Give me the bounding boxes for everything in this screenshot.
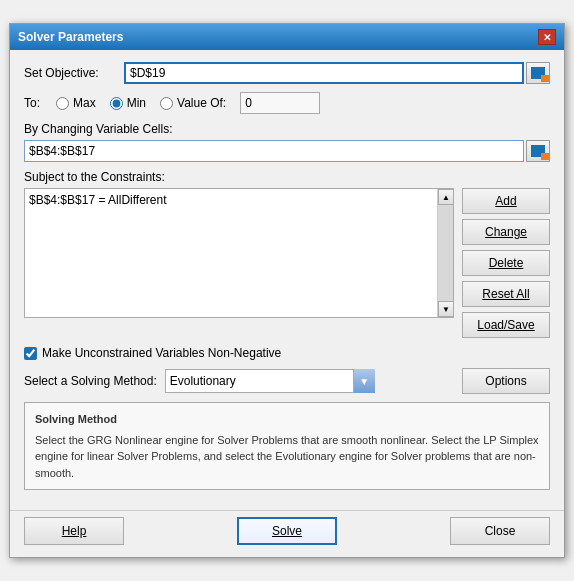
value-of-radio[interactable]	[160, 97, 173, 110]
set-objective-input-group	[124, 62, 550, 84]
subject-constraints-label: Subject to the Constraints:	[24, 170, 550, 184]
select-method-label: Select a Solving Method:	[24, 374, 157, 388]
min-radio[interactable]	[110, 97, 123, 110]
value-of-label: Value Of:	[177, 96, 226, 110]
delete-button[interactable]: Delete	[462, 250, 550, 276]
options-button[interactable]: Options	[462, 368, 550, 394]
set-objective-label: Set Objective:	[24, 66, 124, 80]
solving-method-text: Select the GRG Nonlinear engine for Solv…	[35, 432, 539, 482]
max-label: Max	[73, 96, 96, 110]
value-of-input[interactable]	[240, 92, 320, 114]
radio-group: Max Min Value Of:	[56, 92, 550, 114]
title-bar: Solver Parameters ✕	[10, 24, 564, 50]
scroll-track	[438, 205, 453, 301]
solve-button[interactable]: Solve	[237, 517, 337, 545]
by-changing-cell-picker-button[interactable]	[526, 140, 550, 162]
set-objective-row: Set Objective:	[24, 62, 550, 84]
cell-picker-icon	[531, 67, 545, 79]
close-button[interactable]: Close	[450, 517, 550, 545]
load-save-button[interactable]: Load/Save	[462, 312, 550, 338]
by-changing-input[interactable]	[24, 140, 524, 162]
constraint-item: $B$4:$B$17 = AllDifferent	[29, 193, 449, 207]
reset-all-button[interactable]: Reset All	[462, 281, 550, 307]
non-negative-checkbox[interactable]	[24, 347, 37, 360]
close-window-button[interactable]: ✕	[538, 29, 556, 45]
checkbox-label: Make Unconstrained Variables Non-Negativ…	[42, 346, 281, 360]
value-of-radio-label[interactable]: Value Of:	[160, 96, 226, 110]
constraints-area: $B$4:$B$17 = AllDifferent ▲ ▼ Add Change…	[24, 188, 550, 338]
set-objective-cell-picker-button[interactable]	[526, 62, 550, 84]
dialog-content: Set Objective: To: Max Min	[10, 50, 564, 510]
min-radio-label[interactable]: Min	[110, 96, 146, 110]
title-bar-buttons: ✕	[538, 29, 556, 45]
solve-method-row: Select a Solving Method: GRG Nonlinear S…	[24, 368, 550, 394]
change-button[interactable]: Change	[462, 219, 550, 245]
dialog-title: Solver Parameters	[18, 30, 123, 44]
by-changing-input-group	[24, 140, 550, 162]
cell-picker-icon-2	[531, 145, 545, 157]
to-row: To: Max Min Value Of:	[24, 92, 550, 114]
scroll-down-arrow[interactable]: ▼	[438, 301, 454, 317]
scroll-up-arrow[interactable]: ▲	[438, 189, 454, 205]
solver-parameters-dialog: Solver Parameters ✕ Set Objective: To: M…	[9, 23, 565, 558]
dialog-footer: Help Solve Close	[10, 510, 564, 557]
solving-method-title: Solving Method	[35, 411, 539, 428]
method-select-wrapper: GRG Nonlinear Simplex LP Evolutionary ▼	[165, 369, 375, 393]
to-label: To:	[24, 96, 52, 110]
max-radio[interactable]	[56, 97, 69, 110]
constraints-list[interactable]: $B$4:$B$17 = AllDifferent ▲ ▼	[24, 188, 454, 318]
by-changing-label: By Changing Variable Cells:	[24, 122, 550, 136]
constraints-buttons: Add Change Delete Reset All Load/Save	[462, 188, 550, 338]
set-objective-input[interactable]	[124, 62, 524, 84]
method-select[interactable]: GRG Nonlinear Simplex LP Evolutionary	[165, 369, 375, 393]
add-button[interactable]: Add	[462, 188, 550, 214]
checkbox-row: Make Unconstrained Variables Non-Negativ…	[24, 346, 550, 360]
help-button[interactable]: Help	[24, 517, 124, 545]
solving-method-box: Solving Method Select the GRG Nonlinear …	[24, 402, 550, 490]
min-label: Min	[127, 96, 146, 110]
by-changing-row	[24, 140, 550, 162]
constraints-scrollbar[interactable]: ▲ ▼	[437, 189, 453, 317]
max-radio-label[interactable]: Max	[56, 96, 96, 110]
